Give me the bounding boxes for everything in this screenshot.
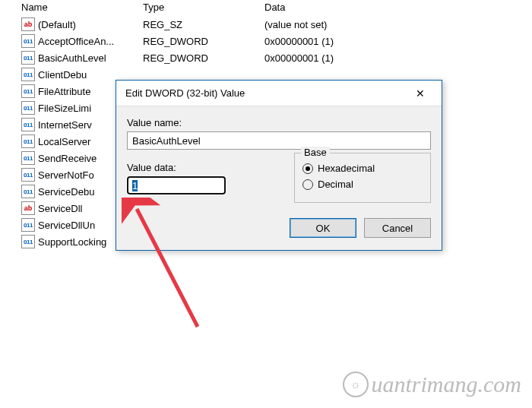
binary-value-icon: 011 xyxy=(21,101,35,115)
binary-value-icon: 011 xyxy=(21,134,35,148)
string-value-icon: ab xyxy=(21,201,35,215)
binary-value-icon: 011 xyxy=(21,118,35,131)
row-name: AcceptOfficeAn... xyxy=(38,36,143,47)
radio-icon xyxy=(302,179,313,190)
radio-icon xyxy=(302,163,313,174)
watermark-text: uantrimang.com xyxy=(372,372,522,397)
binary-value-icon: 011 xyxy=(21,84,35,98)
list-header: Name Type Data xyxy=(21,2,532,13)
binary-value-icon: 011 xyxy=(21,168,35,182)
binary-value-icon: 011 xyxy=(21,51,35,65)
col-header-data[interactable]: Data xyxy=(264,2,532,13)
string-value-icon: ab xyxy=(21,17,35,31)
binary-value-icon: 011 xyxy=(21,218,35,232)
dialog-title: Edit DWORD (32-bit) Value xyxy=(125,87,245,99)
row-data: 0x00000001 (1) xyxy=(264,36,532,47)
dialog-titlebar[interactable]: Edit DWORD (32-bit) Value ✕ xyxy=(116,81,442,106)
radio-decimal[interactable]: Decimal xyxy=(302,179,423,190)
col-header-type[interactable]: Type xyxy=(143,2,264,13)
bulb-icon: ☼ xyxy=(343,372,369,397)
ok-button[interactable]: OK xyxy=(290,218,356,238)
binary-value-icon: 011 xyxy=(21,235,35,248)
binary-value-icon: 011 xyxy=(21,34,35,48)
close-icon[interactable]: ✕ xyxy=(405,83,435,104)
row-type: REG_DWORD xyxy=(143,52,264,64)
row-name: (Default) xyxy=(38,19,143,30)
binary-value-icon: 011 xyxy=(21,151,35,165)
binary-value-icon: 011 xyxy=(21,185,35,198)
base-label: Base xyxy=(301,147,330,158)
row-type: REG_SZ xyxy=(143,19,264,30)
edit-dword-dialog: Edit DWORD (32-bit) Value ✕ Value name: … xyxy=(116,80,442,251)
value-name-label: Value name: xyxy=(127,117,431,128)
radio-hexadecimal[interactable]: Hexadecimal xyxy=(302,163,423,174)
col-header-name[interactable]: Name xyxy=(21,2,143,13)
cancel-button[interactable]: Cancel xyxy=(364,218,431,238)
table-row[interactable]: 011AcceptOfficeAn...REG_DWORD0x00000001 … xyxy=(21,33,532,49)
binary-value-icon: 011 xyxy=(21,68,35,81)
row-type: REG_DWORD xyxy=(143,36,264,47)
table-row[interactable]: 011BasicAuthLevelREG_DWORD0x00000001 (1) xyxy=(21,49,532,66)
dialog-body: Value name: Value data: Base Hexadecimal… xyxy=(116,106,442,250)
base-fieldset: Base Hexadecimal Decimal xyxy=(294,153,431,203)
row-name: BasicAuthLevel xyxy=(38,52,143,64)
row-data: (value not set) xyxy=(264,19,532,30)
row-name: ClientDebu xyxy=(38,69,143,81)
value-data-label: Value data: xyxy=(127,162,271,173)
watermark: ☼ uantrimang.com xyxy=(343,372,522,397)
radio-label: Decimal xyxy=(318,179,353,190)
dialog-buttons: OK Cancel xyxy=(127,218,431,238)
value-name-input[interactable] xyxy=(127,131,431,150)
value-data-input[interactable] xyxy=(127,176,226,195)
table-row[interactable]: ab(Default)REG_SZ(value not set) xyxy=(21,16,532,33)
radio-label: Hexadecimal xyxy=(318,163,375,174)
row-data: 0x00000001 (1) xyxy=(264,52,532,64)
